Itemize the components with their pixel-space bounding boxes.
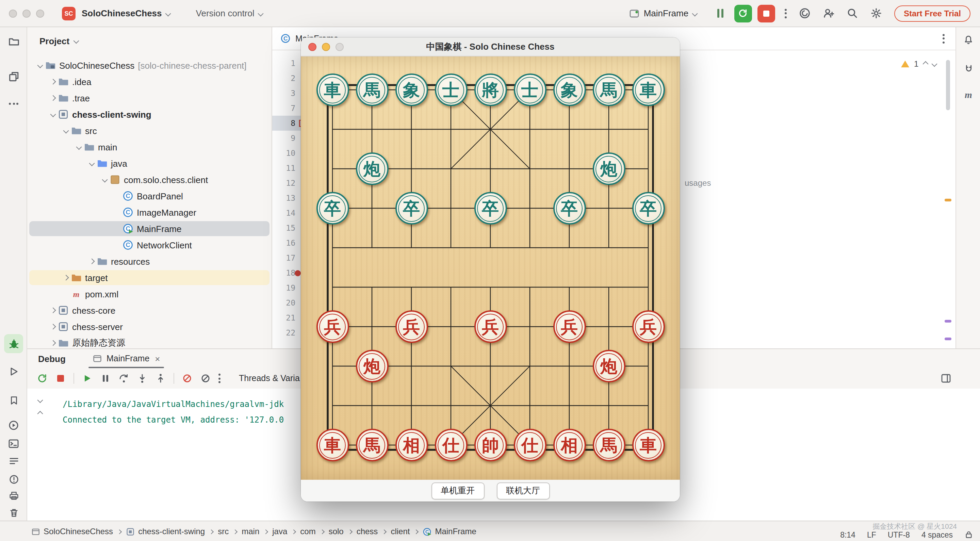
print-icon[interactable] [5, 487, 22, 504]
piece-red-f4r6[interactable]: 兵 [474, 310, 507, 343]
gutter-line-7[interactable]: 7 [272, 101, 302, 116]
project-tool-icon[interactable] [5, 33, 22, 50]
editor-options-icon[interactable] [943, 34, 945, 43]
window-minimize-button[interactable] [22, 9, 30, 18]
problems-tool-icon[interactable] [5, 471, 22, 487]
breadcrumb-item-mainframe[interactable]: CMainFrame [423, 527, 476, 536]
dialog-minimize-button[interactable] [322, 43, 330, 51]
chevron-down-icon[interactable] [74, 145, 84, 149]
project-menu-button[interactable]: SoloChineseChess [82, 8, 170, 18]
piece-red-f1r7[interactable]: 炮 [356, 350, 388, 382]
dialog-close-button[interactable] [308, 43, 317, 51]
layout-settings-icon[interactable] [940, 373, 951, 384]
bookmarks-tool-icon[interactable] [5, 392, 22, 408]
stop-icon[interactable] [55, 373, 66, 384]
version-control-button[interactable]: Version control [196, 8, 263, 18]
threads-variables-tab[interactable]: Threads & Varia [239, 374, 300, 383]
terminal-tool-icon[interactable] [5, 436, 22, 452]
encoding[interactable]: UTF-8 [888, 530, 910, 539]
ai-assistant-icon[interactable] [960, 60, 977, 77]
next-problem-icon[interactable] [931, 61, 937, 67]
gutter-line-22[interactable]: 22 [272, 325, 302, 340]
breadcrumb-item-solo[interactable]: solo [329, 527, 344, 536]
gutter-line-8[interactable]: 8[ [272, 116, 302, 130]
more-actions-icon[interactable] [785, 8, 787, 18]
chevron-down-icon[interactable] [48, 112, 58, 116]
ai-icon[interactable] [799, 8, 811, 19]
tree-item-target[interactable]: target [27, 269, 272, 286]
stop-button[interactable] [757, 5, 775, 22]
piece-black-f7r0[interactable]: 馬 [592, 73, 625, 106]
online-lobby-button[interactable]: 联机大厅 [496, 482, 550, 499]
dialog-zoom-button[interactable] [336, 43, 344, 51]
chevron-right-icon[interactable] [87, 259, 97, 263]
project-panel-header[interactable]: Project [27, 27, 272, 54]
gutter-line-3[interactable]: 3 [272, 86, 302, 101]
step-into-icon[interactable] [137, 373, 148, 384]
piece-red-f7r9[interactable]: 馬 [592, 429, 625, 461]
rerun-debug-button[interactable] [734, 5, 752, 22]
piece-black-f0r3[interactable]: 卒 [316, 192, 349, 224]
tree-item-com-solo-chess-client[interactable]: com.solo.chess.client [27, 172, 272, 188]
tree-item-imagemanager[interactable]: CImageManager [27, 204, 272, 221]
piece-black-f4r3[interactable]: 卒 [474, 192, 507, 224]
piece-red-f8r6[interactable]: 兵 [632, 310, 665, 343]
tree-item-item[interactable]: 原始静态资源 [27, 335, 272, 348]
piece-red-f6r9[interactable]: 相 [553, 429, 585, 461]
piece-red-f2r9[interactable]: 相 [395, 429, 428, 461]
breadcrumb-item-com[interactable]: com [300, 527, 315, 536]
breadcrumb-item-main[interactable]: main [242, 527, 259, 536]
breadcrumb-item-chess[interactable]: chess [356, 527, 378, 536]
tree-item-chess-client-swing[interactable]: chess-client-swing [27, 106, 272, 123]
gutter-line-21[interactable]: 21 [272, 310, 302, 325]
tree-item-networkclient[interactable]: CNetworkClient [27, 237, 272, 253]
tree-item-pom-xml[interactable]: mpom.xml [27, 286, 272, 302]
gutter-line-20[interactable]: 20 [272, 295, 302, 310]
close-icon[interactable]: × [155, 353, 160, 364]
piece-red-f6r6[interactable]: 兵 [553, 310, 585, 343]
piece-black-f5r0[interactable]: 士 [514, 73, 546, 106]
step-out-icon[interactable] [155, 373, 166, 384]
restart-offline-button[interactable]: 单机重开 [431, 482, 484, 499]
usages-inlay-hint[interactable]: usages [685, 178, 711, 188]
window-close-button[interactable] [9, 9, 17, 18]
tree-item-main[interactable]: main [27, 139, 272, 155]
scrollbar-mark[interactable] [945, 320, 951, 322]
step-over-icon[interactable] [118, 373, 129, 384]
piece-red-f8r9[interactable]: 車 [632, 429, 665, 461]
piece-black-f6r0[interactable]: 象 [553, 73, 585, 106]
gutter-line-16[interactable]: 16 [272, 235, 302, 250]
todo-tool-icon[interactable] [5, 452, 22, 469]
mute-breakpoints-icon[interactable] [182, 373, 192, 384]
maven-tool-icon[interactable]: m [960, 87, 977, 103]
tree-item-idea[interactable]: .idea [27, 73, 272, 90]
breadcrumb-item-solochinesechess[interactable]: SoloChineseChess [31, 527, 113, 536]
gutter-line-9[interactable]: 9 [272, 130, 302, 146]
chevron-down-icon[interactable] [100, 178, 110, 182]
piece-black-f1r2[interactable]: 炮 [356, 153, 388, 185]
gutter-line-14[interactable]: 14 [272, 205, 302, 221]
view-breakpoints-icon[interactable] [200, 373, 211, 384]
gutter-line-19[interactable]: 19 [272, 280, 302, 295]
tree-item-java[interactable]: java [27, 155, 272, 172]
piece-black-f2r0[interactable]: 象 [395, 73, 428, 106]
chevron-right-icon[interactable] [48, 325, 58, 329]
scroll-up-icon[interactable] [37, 411, 43, 417]
debug-tab-mainframe[interactable]: MainFrame × [86, 349, 167, 368]
gutter-line-18[interactable]: 18 [272, 266, 302, 280]
piece-red-f5r9[interactable]: 仕 [514, 429, 546, 461]
editor-scrollbar[interactable] [946, 60, 950, 110]
debug-tool-icon[interactable] [4, 334, 23, 353]
gutter-line-15[interactable]: 15 [272, 221, 302, 235]
chevron-right-icon[interactable] [48, 80, 58, 84]
notifications-bell-icon[interactable] [960, 31, 977, 48]
scroll-down-icon[interactable] [37, 398, 43, 403]
indent-setting[interactable]: 4 spaces [921, 530, 953, 539]
tree-item-chess-core[interactable]: chess-core [27, 302, 272, 318]
gutter-line-1[interactable]: 1 [272, 56, 302, 71]
chevron-down-icon[interactable] [87, 161, 97, 165]
piece-black-f6r3[interactable]: 卒 [553, 192, 585, 224]
piece-black-f8r0[interactable]: 車 [632, 73, 665, 106]
clear-trash-icon[interactable] [5, 504, 22, 520]
scrollbar-mark[interactable] [945, 337, 951, 340]
